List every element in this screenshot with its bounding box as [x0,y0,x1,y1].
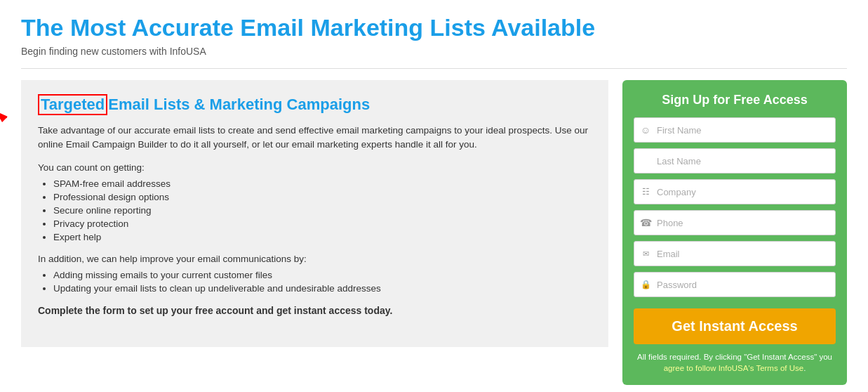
password-input[interactable] [657,273,829,296]
signup-form-panel: Sign Up for Free Access ☺ ☺ ☷ ☎ [622,80,847,385]
phone-group: ☎ [634,210,836,235]
subtitle: Begin finding new customers with InfoUSA [21,46,847,57]
main-title: The Most Accurate Email Marketing Lists … [21,14,847,41]
lock-icon: 🔒 [640,280,651,289]
panel-description: Take advantage of our accurate email lis… [38,124,592,152]
first-name-group: ☺ [634,117,836,143]
targeted-word: Targeted [38,94,107,115]
email-input[interactable] [657,242,829,266]
terms-post: . [803,364,806,372]
first-name-input[interactable] [657,118,829,142]
list-item: Secure online reporting [53,205,592,216]
addition-bullet-list: Adding missing emails to your current cu… [38,270,592,294]
get-instant-access-button[interactable]: Get Instant Access [634,308,836,344]
password-group: 🔒 [634,272,836,297]
content-row: Targeted Email Lists & Marketing Campaig… [21,80,847,385]
building-icon: ☷ [640,187,651,197]
email-group: ✉ [634,241,836,266]
list-item: Expert help [53,232,592,242]
divider [21,68,847,69]
svg-line-0 [0,89,7,117]
page-wrapper: The Most Accurate Email Marketing Lists … [0,0,868,392]
phone-input[interactable] [657,211,829,235]
terms-link[interactable]: agree to follow InfoUSA's Terms of Use [664,364,804,372]
phone-icon: ☎ [640,217,651,228]
email-icon: ✉ [640,249,651,259]
list-item: Updating your email lists to clean up un… [53,283,592,294]
heading-rest: Email Lists & Marketing Campaigns [108,96,370,114]
last-name-group: ☺ [634,148,836,174]
list-item: SPAM-free email addresses [53,178,592,189]
terms-pre: All fields required. By clicking "Get In… [637,353,832,361]
terms-text: All fields required. By clicking "Get In… [634,351,836,374]
last-name-input[interactable] [657,149,829,173]
person-icon: ☺ [640,124,651,136]
list-item: Privacy protection [53,218,592,229]
bullet-list: SPAM-free email addresses Professional d… [38,178,592,242]
list-item: Adding missing emails to your current cu… [53,270,592,280]
arrow-decoration [0,86,18,130]
cta-text: Complete the form to set up your free ac… [38,305,592,316]
addition-label: In addition, we can help improve your em… [38,254,592,264]
count-label: You can count on getting: [38,162,592,173]
company-group: ☷ [634,179,836,204]
list-item: Professional design options [53,192,592,202]
panel-heading: Targeted Email Lists & Marketing Campaig… [38,94,592,115]
form-title: Sign Up for Free Access [634,93,836,107]
left-panel: Targeted Email Lists & Marketing Campaig… [21,80,608,347]
company-input[interactable] [657,180,829,204]
